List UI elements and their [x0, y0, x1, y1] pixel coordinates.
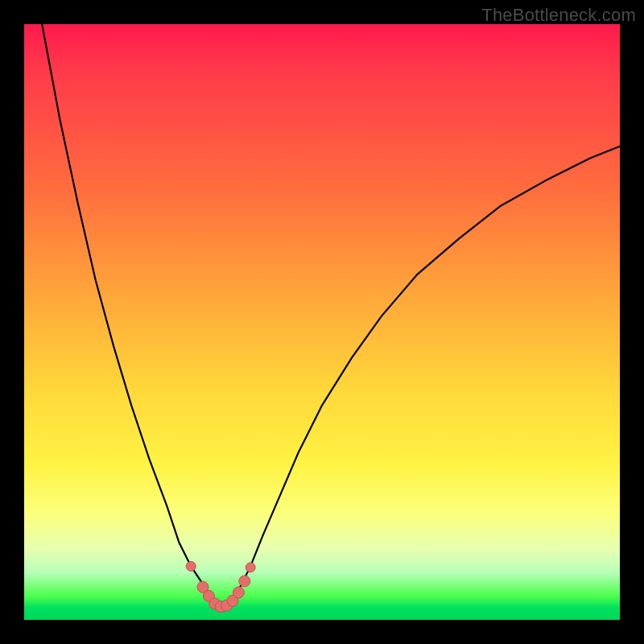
curve-marker — [239, 576, 250, 587]
curve-markers — [186, 561, 255, 612]
plot-area — [24, 24, 620, 620]
bottleneck-curve — [24, 24, 620, 620]
chart-frame: TheBottleneck.com — [0, 0, 644, 644]
watermark-text: TheBottleneck.com — [481, 5, 636, 26]
curve-marker — [233, 587, 244, 598]
curve-marker — [186, 561, 196, 571]
curve-marker — [246, 563, 255, 572]
curve-path — [24, 0, 620, 609]
